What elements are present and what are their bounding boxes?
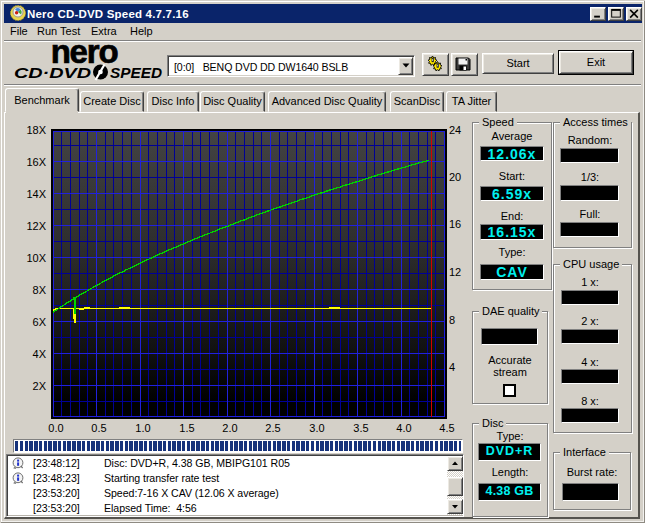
svg-text:SPEED: SPEED xyxy=(110,64,162,81)
svg-text:CD·DVD: CD·DVD xyxy=(14,64,91,81)
